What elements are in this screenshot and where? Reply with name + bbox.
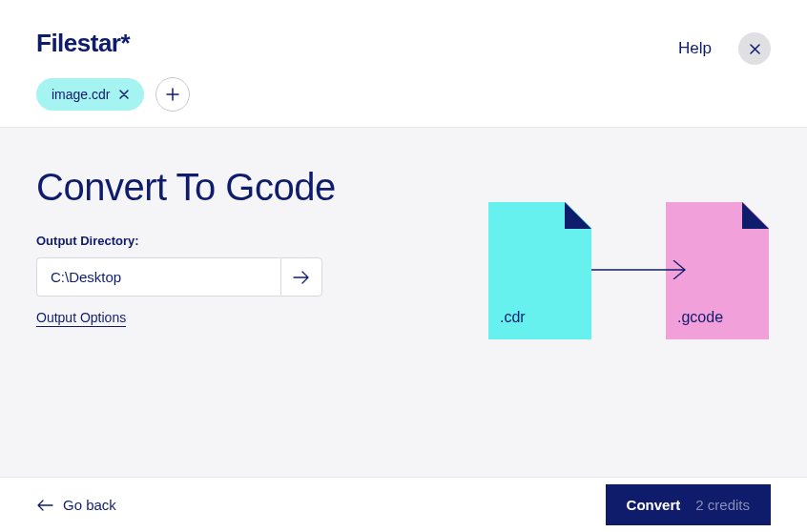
footer: Go back Convert 2 credits xyxy=(0,477,807,532)
header-left: Filestar* image.cdr xyxy=(36,29,190,112)
target-ext-label: .gcode xyxy=(677,309,723,326)
file-chip-row: image.cdr xyxy=(36,77,190,112)
header-right: Help xyxy=(678,32,771,65)
file-chip[interactable]: image.cdr xyxy=(36,78,144,111)
add-file-button[interactable] xyxy=(155,77,190,112)
browse-button[interactable] xyxy=(280,257,322,297)
file-corner-cut xyxy=(742,201,770,229)
conversion-diagram: .cdr .gcode xyxy=(488,202,769,339)
file-chip-label: image.cdr xyxy=(52,87,110,102)
output-dir-group xyxy=(36,257,322,297)
convert-label: Convert xyxy=(627,497,681,513)
output-form: Output Directory: Output Options xyxy=(36,234,322,327)
file-corner-cut xyxy=(565,201,592,229)
close-icon xyxy=(750,44,760,54)
convert-button[interactable]: Convert 2 credits xyxy=(606,484,771,525)
arrow-right-icon xyxy=(293,271,310,284)
output-options-link[interactable]: Output Options xyxy=(36,310,126,327)
help-link[interactable]: Help xyxy=(678,39,712,58)
plus-icon xyxy=(166,88,179,101)
go-back-button[interactable]: Go back xyxy=(36,497,116,513)
output-dir-input[interactable] xyxy=(36,257,280,297)
header: Filestar* image.cdr Help xyxy=(0,0,807,127)
source-file-icon: .cdr xyxy=(488,202,591,339)
app-logo: Filestar* xyxy=(36,29,190,58)
main-content: Convert To Gcode Output Directory: Outpu… xyxy=(0,127,807,492)
close-button[interactable] xyxy=(738,32,771,65)
output-dir-label: Output Directory: xyxy=(36,234,322,248)
go-back-label: Go back xyxy=(63,497,116,513)
source-ext-label: .cdr xyxy=(500,309,526,326)
arrow-left-icon xyxy=(36,500,53,511)
credits-label: 2 credits xyxy=(695,497,750,513)
remove-file-icon[interactable] xyxy=(119,90,129,99)
conversion-arrow xyxy=(590,270,668,272)
